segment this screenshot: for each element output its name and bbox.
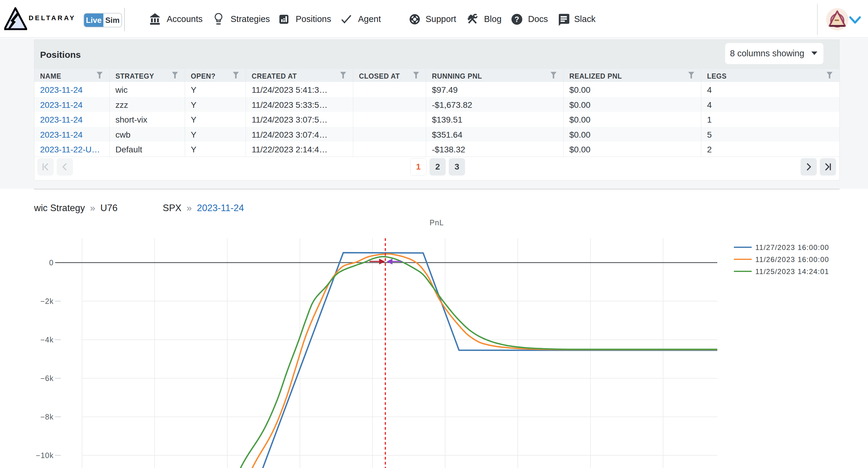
svg-text:−4k: −4k bbox=[40, 335, 54, 344]
svg-text:11/26/2023 16:00:00: 11/26/2023 16:00:00 bbox=[755, 256, 829, 264]
svg-text:−2k: −2k bbox=[40, 297, 54, 305]
svg-text:−8k: −8k bbox=[40, 412, 54, 421]
svg-text:11/27/2023 16:00:00: 11/27/2023 16:00:00 bbox=[755, 243, 829, 252]
svg-text:PnL: PnL bbox=[430, 218, 444, 227]
svg-text:−10k: −10k bbox=[36, 451, 54, 460]
svg-text:?: ? bbox=[515, 15, 519, 24]
svg-text:11/25/2023 14:24:01: 11/25/2023 14:24:01 bbox=[755, 267, 829, 275]
svg-text:−6k: −6k bbox=[40, 374, 54, 382]
svg-text:0: 0 bbox=[49, 258, 54, 267]
